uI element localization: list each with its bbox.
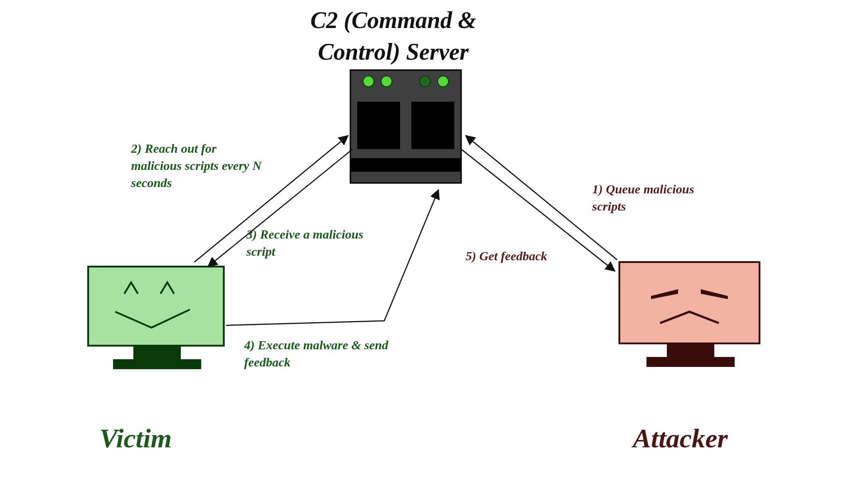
- attacker-title-text: Attacker: [633, 423, 728, 453]
- server-title: C2 (Command & Control) Server: [280, 5, 506, 68]
- svg-marker-12: [651, 289, 678, 299]
- step-2-label: 2) Reach out for malicious scripts every…: [131, 140, 267, 191]
- svg-rect-7: [350, 158, 461, 172]
- svg-rect-11: [619, 262, 760, 343]
- step-5-label: 5) Get feedback: [466, 248, 583, 265]
- step-5-text: 5) Get feedback: [466, 249, 547, 263]
- svg-rect-5: [357, 102, 400, 149]
- victim-title-text: Victim: [99, 423, 172, 453]
- victim-title: Victim: [99, 420, 172, 457]
- diagram-svg: [0, 0, 868, 488]
- svg-point-3: [420, 76, 430, 87]
- svg-point-1: [363, 76, 374, 87]
- attacker-icon: [619, 262, 760, 367]
- svg-rect-8: [88, 267, 224, 346]
- svg-rect-6: [411, 102, 454, 149]
- diagram-stage: C2 (Command & Control) Server 2) Reach o…: [0, 0, 868, 488]
- attacker-title: Attacker: [633, 420, 728, 457]
- svg-rect-9: [133, 346, 181, 359]
- server-title-text: C2 (Command & Control) Server: [311, 7, 476, 65]
- step-1-label: 1) Queue malicious scripts: [592, 181, 710, 215]
- step-2-text: 2) Reach out for malicious scripts every…: [131, 141, 262, 190]
- step-4-text: 4) Execute malware & send feedback: [244, 338, 388, 369]
- step-1-text: 1) Queue malicious scripts: [592, 182, 694, 213]
- svg-point-4: [438, 76, 448, 87]
- server-icon: [350, 70, 461, 183]
- step-3-label: 3) Receive a malicious script: [246, 226, 364, 260]
- step-3-text: 3) Receive a malicious script: [246, 227, 363, 258]
- svg-rect-14: [667, 343, 714, 357]
- svg-rect-10: [113, 359, 201, 369]
- svg-rect-15: [646, 357, 735, 367]
- step-4-label: 4) Execute malware & send feedback: [244, 337, 389, 371]
- svg-marker-13: [701, 289, 728, 299]
- svg-point-2: [381, 76, 392, 87]
- victim-icon: [88, 267, 224, 369]
- svg-rect-0: [350, 70, 461, 183]
